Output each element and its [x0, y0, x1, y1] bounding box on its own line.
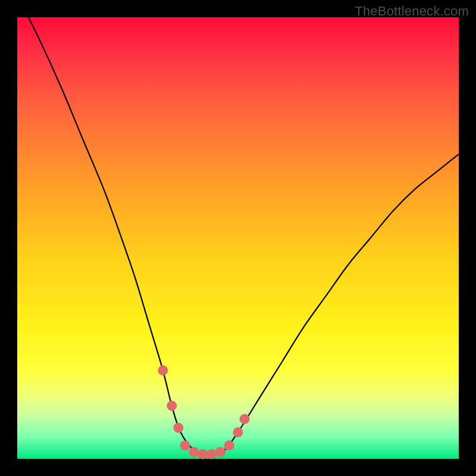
- valley-marker: [240, 414, 250, 424]
- valley-marker: [167, 400, 177, 411]
- valley-marker-group: [158, 365, 249, 459]
- valley-marker: [233, 427, 243, 437]
- valley-marker: [206, 449, 217, 459]
- valley-marker: [224, 440, 234, 450]
- valley-marker: [189, 447, 199, 457]
- chart-svg: [17, 17, 459, 459]
- watermark-text: TheBottleneck.com: [355, 4, 469, 19]
- valley-marker: [215, 447, 226, 457]
- chart-frame: TheBottleneck.com: [0, 0, 476, 476]
- valley-marker: [198, 449, 208, 459]
- bottleneck-curve: [17, 0, 459, 455]
- valley-marker: [180, 440, 190, 450]
- valley-marker: [158, 365, 168, 375]
- valley-marker: [173, 423, 183, 433]
